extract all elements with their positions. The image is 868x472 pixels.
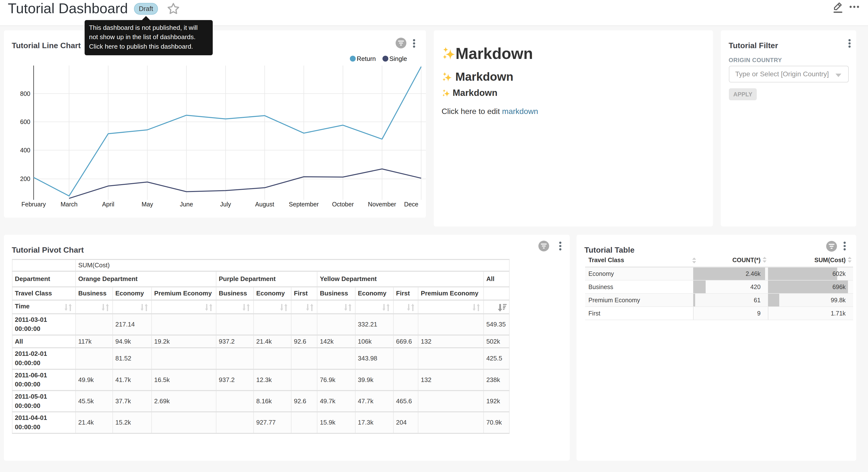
svg-text:July: July bbox=[220, 201, 231, 208]
svg-text:May: May bbox=[142, 201, 153, 208]
svg-text:Single: Single bbox=[389, 55, 407, 62]
svg-text:600: 600 bbox=[20, 118, 30, 125]
svg-text:400: 400 bbox=[20, 147, 30, 154]
svg-text:October: October bbox=[332, 201, 354, 208]
svg-text:September: September bbox=[289, 201, 319, 208]
svg-text:November: November bbox=[368, 201, 396, 208]
svg-text:February: February bbox=[21, 201, 46, 208]
svg-text:200: 200 bbox=[20, 175, 30, 182]
svg-text:Return: Return bbox=[357, 55, 376, 62]
svg-text:March: March bbox=[61, 201, 78, 208]
svg-text:June: June bbox=[180, 201, 193, 208]
svg-text:April: April bbox=[102, 201, 114, 208]
svg-text:800: 800 bbox=[20, 90, 30, 97]
svg-text:Dece: Dece bbox=[404, 201, 418, 208]
svg-text:August: August bbox=[255, 201, 274, 208]
